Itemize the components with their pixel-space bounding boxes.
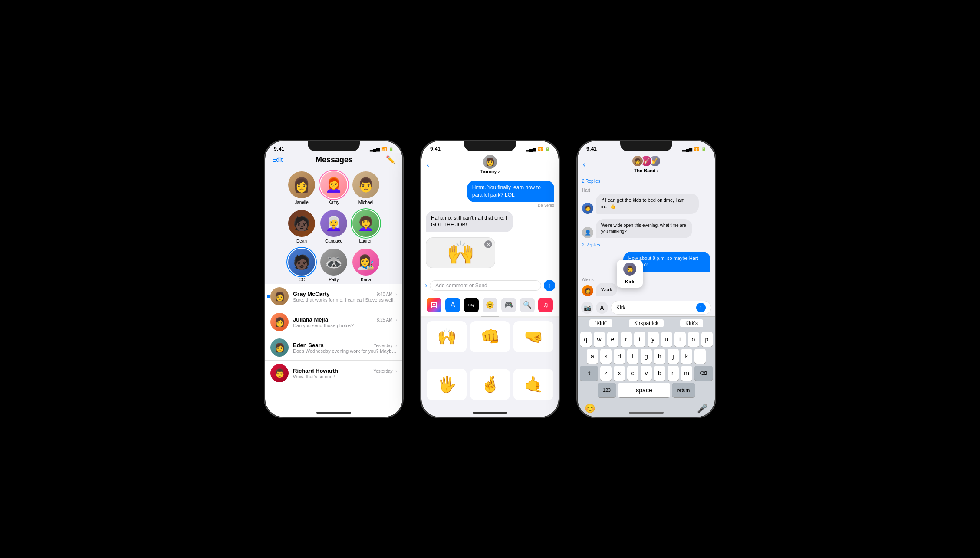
- contact-kathy[interactable]: 👩‍🦰 Kathy: [320, 171, 347, 205]
- expand-button[interactable]: ›: [425, 282, 427, 289]
- memoji-button[interactable]: 😊: [483, 298, 497, 312]
- memoji-cell-4[interactable]: 🖐: [427, 369, 467, 400]
- key-i[interactable]: i: [674, 332, 686, 347]
- appstore-button[interactable]: A: [445, 298, 460, 312]
- group-input-field[interactable]: Kirk ↑: [611, 301, 711, 315]
- back-button-tammy[interactable]: ‹: [427, 160, 430, 170]
- conversation-richard[interactable]: 👨 Richard Howarth Yesterday › Wow, that'…: [265, 361, 402, 386]
- key-j[interactable]: j: [668, 349, 679, 364]
- contact-patty[interactable]: 🦝 Patty: [320, 249, 347, 282]
- back-button-group[interactable]: ‹: [583, 159, 586, 169]
- key-delete[interactable]: ⌫: [694, 366, 713, 381]
- contact-cc-label: CC: [299, 277, 305, 282]
- home-indicator-2: [473, 412, 507, 414]
- search-button[interactable]: 🔍: [520, 298, 535, 312]
- key-y[interactable]: y: [648, 332, 659, 347]
- key-c[interactable]: c: [627, 366, 638, 381]
- delivered-label: Delivered: [426, 203, 554, 207]
- messages-title: Messages: [283, 155, 386, 164]
- key-123[interactable]: 123: [598, 383, 616, 397]
- contact-lauren[interactable]: 👩‍🦱 Lauren: [352, 210, 379, 243]
- key-n[interactable]: n: [668, 366, 679, 381]
- time-2: 9:41: [430, 146, 441, 152]
- memoji-close-button[interactable]: ✕: [484, 240, 492, 248]
- key-a[interactable]: a: [587, 349, 598, 364]
- key-z[interactable]: z: [600, 366, 612, 381]
- memoji-cell-5[interactable]: 🤞: [470, 369, 510, 400]
- contact-cc[interactable]: 🧑🏿 CC: [288, 249, 315, 282]
- edit-button[interactable]: Edit: [272, 156, 283, 163]
- contact-header-tammy[interactable]: 👩 Tammy ›: [480, 155, 500, 174]
- key-v[interactable]: v: [641, 366, 652, 381]
- mic-button[interactable]: 🎤: [697, 403, 708, 414]
- group-nav: ‹ 👩 🎸 🎷 The Band ›: [578, 153, 715, 176]
- alexis-message-group: Alexis 👩 Work 👨 Kirk: [582, 277, 710, 296]
- chat-nav-tammy: ‹ 👩 Tammy ›: [421, 153, 559, 177]
- key-o[interactable]: o: [688, 332, 699, 347]
- conversation-juliana[interactable]: 👩 Juliana Mejia 8:25 AM › Can you send t…: [265, 309, 402, 335]
- msg-content-richard: Richard Howarth Yesterday › Wow, that's …: [293, 368, 397, 379]
- signal-icon-2: ▂▄▆: [526, 147, 536, 151]
- msg-content-juliana: Juliana Mejia 8:25 AM › Can you send tho…: [293, 316, 397, 328]
- icon-toolbar: 🖼 A Pay 😊 🎮 🔍 ♫: [421, 294, 559, 316]
- autocorrect-kirk-quoted[interactable]: "Kirk": [589, 319, 612, 327]
- contact-candace[interactable]: 👩‍🦳 Candace: [320, 210, 347, 243]
- key-r[interactable]: r: [621, 332, 632, 347]
- chat-body-tammy: Hmm. You finally learn how to parallel p…: [421, 177, 559, 277]
- key-w[interactable]: w: [594, 332, 605, 347]
- key-h[interactable]: h: [654, 349, 665, 364]
- compose-icon[interactable]: ✏️: [386, 155, 395, 164]
- home-indicator-1: [316, 412, 351, 414]
- send-button[interactable]: ↑: [544, 280, 555, 291]
- key-x[interactable]: x: [614, 366, 625, 381]
- contact-michael[interactable]: 👨 Michael: [352, 171, 379, 205]
- hart-bubble: If I can get the kids to bed on time, I …: [596, 194, 699, 214]
- key-t[interactable]: t: [634, 332, 645, 347]
- hart-avatar: 🧑: [582, 203, 593, 214]
- key-p[interactable]: p: [701, 332, 713, 347]
- games-button[interactable]: 🎮: [501, 298, 516, 312]
- group-header[interactable]: 👩 🎸 🎷 The Band ›: [631, 155, 661, 173]
- music-button[interactable]: ♫: [538, 298, 553, 312]
- memoji-cell-1[interactable]: 🙌: [427, 321, 467, 352]
- camera-button[interactable]: 📷: [581, 302, 593, 314]
- chat-input-field[interactable]: Add comment or Send: [430, 280, 541, 291]
- conversation-eden[interactable]: 👩 Eden Sears Yesterday › Does Wednesday …: [265, 335, 402, 361]
- phone-group-chat: 9:41 ▂▄▆ 🛜 🔋 ‹ 👩 🎸 🎷 The Band ›: [577, 140, 716, 418]
- contact-janelle[interactable]: 👩 Janelle: [288, 171, 315, 205]
- contact-karla[interactable]: 👩‍🎨 Karla: [352, 249, 379, 282]
- bubble-received-1: Haha no, still can't nail that one. I GO…: [426, 211, 513, 233]
- replies-label-2[interactable]: 2 Replies: [582, 243, 710, 247]
- group-send-button[interactable]: ↑: [696, 303, 706, 312]
- key-shift[interactable]: ⇧: [580, 366, 598, 381]
- key-k[interactable]: k: [681, 349, 692, 364]
- applepay-button[interactable]: Pay: [464, 298, 479, 312]
- key-l[interactable]: l: [694, 349, 706, 364]
- contact-dean[interactable]: 🧑🏿 Dean: [288, 210, 315, 243]
- input-row-group: 📷 A Kirk ↑: [578, 299, 715, 316]
- nav-bar-1: Edit Messages ✏️: [265, 153, 402, 168]
- autocorrect-kirkpatrick[interactable]: Kirkpatrick: [629, 319, 664, 327]
- key-e[interactable]: e: [607, 332, 618, 347]
- keyboard-row-2: a s d f g h j k l: [579, 349, 714, 364]
- photos-button[interactable]: 🖼: [427, 298, 441, 312]
- key-space[interactable]: space: [618, 383, 670, 397]
- memoji-cell-6[interactable]: 🤙: [513, 369, 553, 400]
- key-f[interactable]: f: [627, 349, 638, 364]
- key-s[interactable]: s: [600, 349, 612, 364]
- memoji-cell-2[interactable]: 👊: [470, 321, 510, 352]
- key-d[interactable]: d: [614, 349, 625, 364]
- key-return[interactable]: return: [672, 383, 695, 397]
- signal-icon-3: ▂▄▆: [682, 147, 692, 151]
- replies-label-1[interactable]: 2 Replies: [582, 179, 710, 184]
- apps-button-group[interactable]: A: [596, 302, 608, 314]
- key-m[interactable]: m: [681, 366, 692, 381]
- conversation-gray-mccarty[interactable]: 👩 Gray McCarty 9:40 AM › Sure, that work…: [265, 284, 402, 309]
- key-b[interactable]: b: [654, 366, 665, 381]
- key-u[interactable]: u: [661, 332, 672, 347]
- emoji-keyboard-button[interactable]: 😊: [585, 403, 595, 414]
- memoji-cell-3[interactable]: 🤜: [513, 321, 553, 352]
- key-q[interactable]: q: [580, 332, 592, 347]
- key-g[interactable]: g: [641, 349, 652, 364]
- autocorrect-kirks[interactable]: Kirk's: [680, 319, 703, 327]
